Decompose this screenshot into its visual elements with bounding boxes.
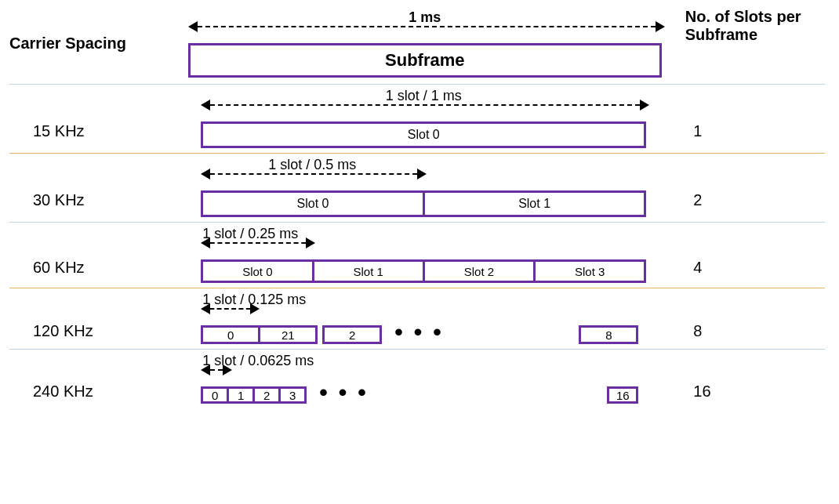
dim-arrow-full xyxy=(190,26,663,43)
count: 4 xyxy=(693,259,702,276)
slot: Slot 0 xyxy=(203,124,644,146)
mid-60: 1 slot / 0.25 ms Slot 0 Slot 1 Slot 2 Sl… xyxy=(201,226,646,283)
freq-label: 120 KHz xyxy=(33,322,93,339)
dim-arrow xyxy=(202,242,314,259)
dim-arrow xyxy=(202,369,231,386)
slot: 0 xyxy=(201,386,229,404)
slot: 1 xyxy=(227,386,255,404)
heading-right-b: Subframe xyxy=(685,26,757,43)
heading-left-text: Carrier Spacing xyxy=(9,34,126,52)
count: 2 xyxy=(693,191,702,208)
slot: 8 xyxy=(579,325,638,344)
row-15khz: 15 KHz 1 slot / 1 ms Slot 0 1 xyxy=(9,85,825,151)
row-30khz: 30 KHz 1 slot / 0.5 ms Slot 0 Slot 1 2 xyxy=(9,154,825,220)
slot: 2 xyxy=(252,386,281,404)
dim-arrow xyxy=(202,308,258,325)
slot: 16 xyxy=(607,386,638,404)
count: 16 xyxy=(693,383,710,400)
dim-label: 1 slot / 1 ms xyxy=(201,88,646,104)
dim-label: 1 ms xyxy=(188,9,662,26)
slots-30: Slot 0 Slot 1 xyxy=(201,190,646,217)
slot: Slot 1 xyxy=(314,262,425,281)
freq-label: 60 KHz xyxy=(33,259,85,276)
header-mid: 1 ms Subframe xyxy=(188,9,662,78)
subframe-box: Subframe xyxy=(188,43,662,78)
count: 1 xyxy=(693,122,702,140)
freq-label: 30 KHz xyxy=(33,191,85,208)
dots-icon: ••• xyxy=(307,393,380,397)
slots-240: 0 1 2 3 ••• 16 xyxy=(201,386,646,404)
slot: Slot 0 xyxy=(203,193,425,215)
subframe-label: Subframe xyxy=(385,50,464,71)
mid-240: 1 slot / 0.0625 ms 0 1 2 3 ••• 16 xyxy=(201,353,646,404)
diagram: Carrier Spacing 1 ms Subframe No. of Slo… xyxy=(9,9,825,407)
freq-label: 240 KHz xyxy=(33,383,93,400)
header-row: Carrier Spacing 1 ms Subframe No. of Slo… xyxy=(9,9,825,82)
dim-label: 1 slot / 0.5 ms xyxy=(201,157,423,173)
dim-label: 1 slot / 0.0625 ms xyxy=(201,353,646,369)
heading-carrier-spacing: Carrier Spacing xyxy=(9,34,188,53)
slots-120: 0 21 2 ••• 8 xyxy=(201,325,646,344)
slot: 3 xyxy=(278,386,307,404)
row-240khz: 240 KHz 1 slot / 0.0625 ms 0 1 2 3 ••• 1… xyxy=(9,350,825,407)
slot: 21 xyxy=(258,325,318,344)
slot: 2 xyxy=(322,325,382,344)
row-60khz: 60 KHz 1 slot / 0.25 ms Slot 0 Slot 1 Sl… xyxy=(9,223,825,286)
dim-label: 1 slot / 0.125 ms xyxy=(201,292,646,308)
slots-60: Slot 0 Slot 1 Slot 2 Slot 3 xyxy=(201,259,646,283)
mid-30: 1 slot / 0.5 ms Slot 0 Slot 1 xyxy=(201,157,646,217)
dim-arrow xyxy=(202,173,425,190)
heading-num-slots: No. of Slots per Subframe xyxy=(662,8,825,44)
count: 8 xyxy=(693,322,702,339)
mid-120: 1 slot / 0.125 ms 0 21 2 ••• 8 xyxy=(201,292,646,344)
slot: Slot 3 xyxy=(536,262,644,281)
dim-arrow xyxy=(202,104,648,121)
slots-15: Slot 0 xyxy=(201,121,646,148)
row-120khz: 120 KHz 1 slot / 0.125 ms 0 21 2 ••• 8 8 xyxy=(9,288,825,347)
slot: Slot 2 xyxy=(425,262,536,281)
slot: Slot 0 xyxy=(203,262,314,281)
heading-right-a: No. of Slots per xyxy=(685,8,801,25)
slot: 0 xyxy=(201,325,260,344)
slot: Slot 1 xyxy=(425,193,645,215)
dim-label: 1 slot / 0.25 ms xyxy=(201,226,646,242)
mid-15: 1 slot / 1 ms Slot 0 xyxy=(201,88,646,148)
dots-icon: ••• xyxy=(382,332,456,337)
freq-label: 15 KHz xyxy=(33,122,85,140)
